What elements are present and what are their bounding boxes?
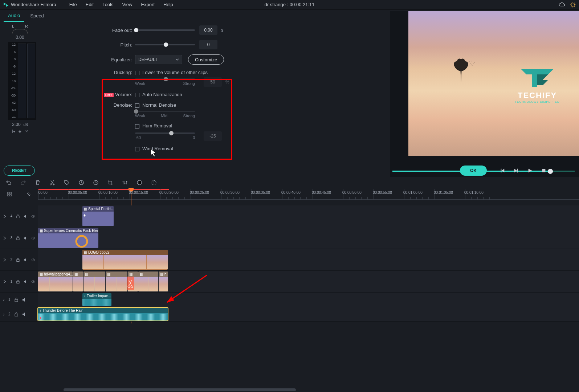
cut-icon[interactable] bbox=[49, 180, 55, 185]
hum-slider[interactable] bbox=[135, 132, 195, 134]
wind-checkbox[interactable] bbox=[135, 147, 139, 151]
cloud-icon[interactable] bbox=[559, 1, 565, 8]
redo-icon[interactable] bbox=[20, 180, 26, 185]
clip-wallpaper-1[interactable]: ▦hd-wallpaper-g4... bbox=[38, 271, 73, 291]
denoise-slider[interactable] bbox=[135, 111, 195, 112]
eye-icon[interactable] bbox=[31, 258, 35, 262]
clip-special-particles[interactable]: ▦Special Particl... ♦ bbox=[82, 206, 114, 226]
timeline-scrollbar[interactable] bbox=[38, 388, 579, 392]
pitch-label: Pitch: bbox=[91, 42, 135, 48]
eq-customize-button[interactable]: Customize bbox=[188, 54, 224, 65]
eq-dropdown[interactable]: DEFAULT bbox=[135, 55, 182, 64]
clip-logo[interactable]: ▦LOGO copy2 bbox=[82, 250, 168, 270]
track-label: 3 bbox=[11, 236, 13, 240]
tag-icon[interactable] bbox=[64, 180, 70, 185]
pitch-slider[interactable] bbox=[135, 44, 195, 45]
menu-view[interactable]: View bbox=[118, 2, 136, 7]
ok-button[interactable]: OK bbox=[460, 166, 487, 176]
vu-scale-label: -60 bbox=[8, 108, 16, 112]
fadeout-slider[interactable] bbox=[135, 29, 195, 31]
menu-file[interactable]: File bbox=[65, 2, 81, 7]
lock-icon[interactable] bbox=[14, 312, 19, 317]
audio-track-icon: ♪ bbox=[3, 298, 5, 302]
clip-superheroes[interactable]: ▦Superheroes Cinematic Pack Eleme... bbox=[38, 228, 98, 248]
duration-icon[interactable] bbox=[93, 180, 99, 185]
mute-icon[interactable] bbox=[22, 298, 26, 302]
undo-icon[interactable] bbox=[6, 180, 12, 185]
denoise-checkbox[interactable] bbox=[135, 103, 139, 108]
eye-icon[interactable] bbox=[31, 214, 35, 219]
speed-icon[interactable] bbox=[78, 180, 84, 185]
menu-export[interactable]: Export bbox=[136, 2, 159, 7]
color-icon[interactable] bbox=[136, 180, 142, 185]
next-frame-icon[interactable] bbox=[514, 168, 519, 173]
clip-wallpaper-3[interactable]: ▦ bbox=[83, 271, 105, 291]
menu-help[interactable]: Help bbox=[159, 2, 178, 7]
ducking-unit: % bbox=[225, 79, 229, 85]
mute-icon[interactable] bbox=[24, 214, 28, 219]
vu-scale-label: -∞ bbox=[8, 115, 16, 119]
lock-icon[interactable] bbox=[16, 236, 20, 240]
crop-icon[interactable] bbox=[107, 180, 113, 185]
prev-frame-icon[interactable] bbox=[500, 168, 505, 173]
svg-point-5 bbox=[471, 65, 472, 65]
play-icon[interactable] bbox=[527, 168, 533, 173]
chevron-icon[interactable] bbox=[3, 214, 7, 219]
clip-wallpaper-2[interactable]: ▦ bbox=[73, 271, 83, 291]
stop-icon[interactable] bbox=[541, 168, 546, 173]
cut-marker-icon bbox=[127, 277, 134, 290]
ducking-weak: Weak bbox=[135, 81, 145, 86]
mute-icon[interactable] bbox=[24, 279, 28, 284]
menu-edit[interactable]: Edit bbox=[81, 2, 98, 7]
tab-audio[interactable]: Audio bbox=[4, 10, 24, 22]
lock-icon[interactable] bbox=[16, 258, 20, 262]
chevron-icon[interactable] bbox=[3, 236, 7, 240]
meter-prev-icon[interactable]: |◂ bbox=[12, 129, 15, 133]
vu-scale-label: -12 bbox=[8, 72, 16, 75]
meter-keyframe-icon[interactable]: ◆ bbox=[19, 129, 21, 133]
meter-close-icon[interactable]: ✕ bbox=[25, 129, 28, 133]
lock-icon[interactable] bbox=[16, 279, 20, 284]
tab-speed[interactable]: Speed bbox=[26, 10, 48, 21]
chevron-icon[interactable] bbox=[3, 279, 7, 284]
delete-icon[interactable] bbox=[35, 180, 41, 185]
timeline-ruler[interactable]: :00:0000:00:05:0000:00:10:0000:00:15:000… bbox=[0, 189, 579, 200]
menu-tools[interactable]: Tools bbox=[98, 2, 118, 7]
chevron-icon[interactable] bbox=[3, 258, 7, 262]
clip-thunder-selected[interactable]: ♪Thunder Before The Rain ♦ bbox=[38, 308, 168, 320]
autonorm-checkbox[interactable] bbox=[135, 93, 139, 97]
eye-icon[interactable] bbox=[31, 236, 35, 240]
preview-tree-graphic bbox=[445, 56, 477, 83]
mute-icon[interactable] bbox=[22, 312, 26, 317]
tips-icon[interactable] bbox=[570, 1, 576, 8]
lock-icon[interactable] bbox=[16, 214, 20, 219]
reset-button[interactable]: RESET bbox=[4, 166, 35, 176]
preview-video[interactable]: TECHIFY TECHNOLOGY SIMPLIFIED bbox=[408, 11, 579, 156]
track-video-3: 3 ▦Superheroes Cinematic Pack Eleme... bbox=[0, 227, 579, 249]
link-icon[interactable] bbox=[26, 192, 31, 197]
hum-checkbox[interactable] bbox=[135, 124, 139, 128]
mute-icon[interactable] bbox=[24, 236, 28, 240]
ruler-tick-label: :00:00 bbox=[37, 191, 48, 195]
mute-icon[interactable] bbox=[24, 258, 28, 262]
frame-view-icon[interactable] bbox=[7, 192, 12, 197]
pan-knob[interactable] bbox=[12, 29, 28, 34]
clip-wallpaper-6[interactable]: ▦ bbox=[138, 271, 158, 291]
svg-rect-22 bbox=[8, 195, 9, 196]
vu-scale-label: 6 bbox=[8, 50, 16, 54]
pitch-value[interactable]: 0 bbox=[199, 40, 217, 49]
clip-wallpaper-4[interactable]: ▦ bbox=[106, 271, 127, 291]
eye-icon[interactable] bbox=[31, 279, 35, 284]
adjust-icon[interactable] bbox=[122, 180, 128, 185]
ducking-checkbox[interactable] bbox=[135, 71, 139, 75]
meter-l: L bbox=[12, 24, 14, 28]
ruler-tick-label: 00:00:30:00 bbox=[220, 191, 240, 195]
clip-h[interactable]: ▦h... bbox=[159, 271, 168, 291]
fadeout-value[interactable]: 0.00 bbox=[199, 25, 217, 35]
history-icon[interactable] bbox=[151, 180, 157, 185]
lock-icon[interactable] bbox=[14, 298, 19, 302]
track-video-1: 1 ▦hd-wallpaper-g4... ▦ ▦ ▦ ▦ ▦ ▦h... bbox=[0, 271, 579, 293]
hot-badge: HOT bbox=[104, 93, 114, 97]
ducking-slider[interactable] bbox=[135, 78, 195, 80]
clip-trailer[interactable]: ♪Trailer Impac... bbox=[82, 293, 111, 306]
